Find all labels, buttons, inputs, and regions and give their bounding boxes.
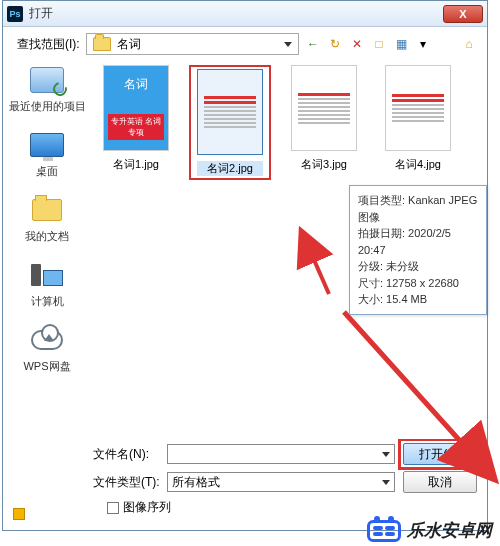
place-computer[interactable]: 计算机 bbox=[3, 258, 91, 309]
cover-sub: 专升英语 名词专项 bbox=[108, 114, 164, 140]
place-desktop[interactable]: 桌面 bbox=[3, 128, 91, 179]
close-button[interactable]: X bbox=[443, 5, 483, 23]
monitor-icon bbox=[30, 133, 64, 157]
cloud-icon bbox=[31, 330, 63, 350]
toolbar-icons: ← ↻ ✕ □ ▦ ▾ ⌂ bbox=[305, 36, 477, 52]
cover-title: 名词 bbox=[108, 76, 164, 93]
svg-line-0 bbox=[307, 244, 329, 294]
watermark-text: 乐水安卓网 bbox=[407, 519, 492, 542]
open-dialog: Ps 打开 X 查找范围(I): 名词 ← ↻ ✕ □ ▦ ▾ ⌂ 最近使用的项… bbox=[2, 0, 488, 531]
sequence-label: 图像序列 bbox=[123, 499, 171, 516]
app-icon: Ps bbox=[7, 6, 23, 22]
place-desktop-label: 桌面 bbox=[3, 164, 91, 179]
watermark: 乐水安卓网 bbox=[367, 519, 492, 542]
file-label-3: 名词3.jpg bbox=[283, 157, 365, 172]
docfolder-icon bbox=[32, 199, 62, 221]
tooltip-type: 项目类型: Kankan JPEG 图像 bbox=[358, 192, 478, 225]
pin-icon[interactable]: ⌂ bbox=[461, 36, 477, 52]
annotation-arrow-1 bbox=[299, 239, 339, 299]
tooltip-rating: 分级: 未分级 bbox=[358, 258, 478, 275]
file-label-2: 名词2.jpg bbox=[197, 161, 263, 176]
lookin-combo[interactable]: 名词 bbox=[86, 33, 299, 55]
folder-icon bbox=[93, 37, 111, 51]
place-wps[interactable]: WPS网盘 bbox=[3, 323, 91, 374]
gamepad-icon bbox=[367, 520, 401, 542]
file-label-4: 名词4.jpg bbox=[377, 157, 459, 172]
chevron-down-icon[interactable] bbox=[382, 480, 390, 485]
annotation-arrow-2 bbox=[339, 307, 499, 477]
place-mydocs[interactable]: 我的文档 bbox=[3, 193, 91, 244]
svg-line-1 bbox=[344, 312, 479, 462]
body-area: 最近使用的项目 桌面 我的文档 计算机 WPS网盘 名词专升英语 bbox=[3, 59, 487, 439]
filetype-value: 所有格式 bbox=[172, 474, 220, 491]
window-title: 打开 bbox=[29, 5, 443, 22]
newfolder-icon[interactable]: □ bbox=[371, 36, 387, 52]
sequence-row: 图像序列 bbox=[107, 499, 477, 516]
file-thumb-4[interactable]: 名词4.jpg bbox=[377, 65, 459, 172]
place-recent-label: 最近使用的项目 bbox=[3, 99, 91, 114]
file-pane[interactable]: 名词专升英语 名词专项 名词1.jpg 名词2.jpg 名词3.jpg bbox=[91, 59, 487, 439]
places-bar: 最近使用的项目 桌面 我的文档 计算机 WPS网盘 bbox=[3, 59, 91, 439]
titlebar[interactable]: Ps 打开 X bbox=[3, 1, 487, 27]
selection-highlight: 名词2.jpg bbox=[189, 65, 271, 180]
file-tooltip: 项目类型: Kankan JPEG 图像 拍摄日期: 2020/2/5 20:4… bbox=[349, 185, 487, 315]
place-recent[interactable]: 最近使用的项目 bbox=[3, 63, 91, 114]
views-icon[interactable]: ▦ bbox=[393, 36, 409, 52]
file-thumb-1[interactable]: 名词专升英语 名词专项 名词1.jpg bbox=[95, 65, 177, 172]
file-label-1: 名词1.jpg bbox=[95, 157, 177, 172]
views-dd-icon[interactable]: ▾ bbox=[415, 36, 431, 52]
tooltip-dim: 尺寸: 12758 x 22680 bbox=[358, 275, 478, 292]
chevron-down-icon[interactable] bbox=[284, 42, 292, 47]
sequence-checkbox[interactable] bbox=[107, 502, 119, 514]
thumbnail-grid: 名词专升英语 名词专项 名词1.jpg 名词2.jpg 名词3.jpg bbox=[95, 65, 483, 180]
filetype-label: 文件类型(T): bbox=[93, 474, 159, 491]
up-icon[interactable]: ↻ bbox=[327, 36, 343, 52]
lookin-value: 名词 bbox=[117, 36, 278, 53]
tooltip-size: 大小: 15.4 MB bbox=[358, 291, 478, 308]
place-wps-label: WPS网盘 bbox=[3, 359, 91, 374]
pc-icon bbox=[31, 264, 63, 286]
file-thumb-2[interactable]: 名词2.jpg bbox=[189, 65, 271, 180]
lookin-label: 查找范围(I): bbox=[17, 36, 80, 53]
place-mydocs-label: 我的文档 bbox=[3, 229, 91, 244]
tooltip-date: 拍摄日期: 2020/2/5 20:47 bbox=[358, 225, 478, 258]
preview-swatch bbox=[13, 508, 25, 520]
lookin-row: 查找范围(I): 名词 ← ↻ ✕ □ ▦ ▾ ⌂ bbox=[3, 27, 487, 59]
place-computer-label: 计算机 bbox=[3, 294, 91, 309]
delete-icon[interactable]: ✕ bbox=[349, 36, 365, 52]
filename-label: 文件名(N): bbox=[93, 446, 159, 463]
back-icon[interactable]: ← bbox=[305, 36, 321, 52]
file-thumb-3[interactable]: 名词3.jpg bbox=[283, 65, 365, 172]
